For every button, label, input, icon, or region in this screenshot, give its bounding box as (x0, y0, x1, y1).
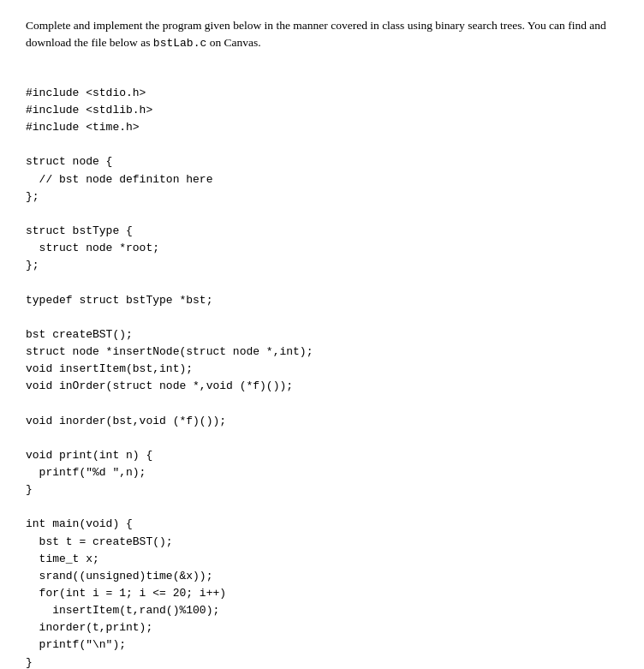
code-line: #include <time.h> (26, 119, 618, 136)
code-line (26, 395, 618, 412)
intro-paragraph: Complete and implement the program given… (26, 17, 618, 52)
code-line (26, 430, 618, 447)
code-line: #include <stdio.h> (26, 85, 618, 102)
code-line (26, 309, 618, 326)
code-line: struct node *root; (26, 240, 618, 257)
code-line: }; (26, 257, 618, 274)
code-line: } (26, 654, 618, 669)
code-line: insertItem(t,rand()%100); (26, 602, 618, 619)
code-block: #include <stdio.h>#include <stdlib.h>#in… (26, 68, 618, 669)
code-line (26, 206, 618, 223)
code-line: int main(void) { (26, 516, 618, 533)
code-line: bst createBST(); (26, 326, 618, 343)
code-line: } (26, 481, 618, 499)
code-line: // bst node definiton here (26, 171, 618, 188)
code-line: srand((unsigned)time(&x)); (26, 568, 618, 585)
code-line: void inOrder(struct node *,void (*f)()); (26, 378, 618, 395)
code-line: time_t x; (26, 551, 618, 568)
filename-code: bstLab.c (153, 37, 206, 50)
code-line (26, 499, 618, 516)
code-line: bst t = createBST(); (26, 534, 618, 551)
code-line: struct node { (26, 153, 618, 170)
code-line: void insertItem(bst,int); (26, 361, 618, 378)
code-line: void print(int n) { (26, 447, 618, 464)
code-line: for(int i = 1; i <= 20; i++) (26, 585, 618, 602)
code-line: printf("\n"); (26, 636, 618, 654)
code-line: printf("%d ",n); (26, 464, 618, 481)
code-line: inorder(t,print); (26, 619, 618, 636)
code-line: struct bstType { (26, 223, 618, 240)
code-line: void inorder(bst,void (*f)()); (26, 413, 618, 430)
code-line (26, 136, 618, 153)
code-line: #include <stdlib.h> (26, 102, 618, 119)
code-line (26, 274, 618, 291)
code-line: typedef struct bstType *bst; (26, 292, 618, 309)
code-line: struct node *insertNode(struct node *,in… (26, 343, 618, 361)
code-line: }; (26, 188, 618, 206)
